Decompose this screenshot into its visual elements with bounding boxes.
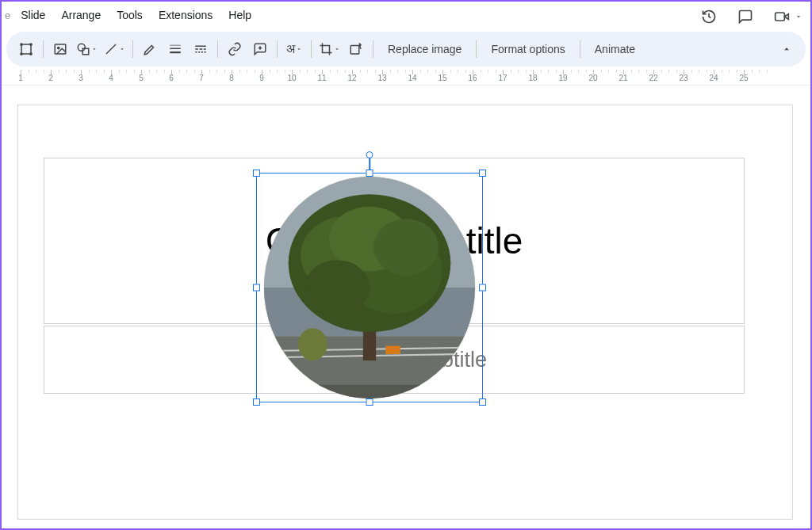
crop-icon <box>319 42 333 56</box>
translate-button[interactable]: अ <box>282 37 306 61</box>
ruler-label: 25 <box>739 74 748 82</box>
separator <box>132 40 133 58</box>
ruler-label: 3 <box>79 74 83 82</box>
border-color-button[interactable] <box>138 37 162 61</box>
mask-image-button[interactable] <box>316 37 343 61</box>
translate-icon: अ <box>286 42 295 56</box>
svg-rect-9 <box>82 48 89 55</box>
svg-rect-14 <box>195 46 206 48</box>
border-dash-button[interactable] <box>189 37 213 61</box>
chevron-down-icon <box>296 46 302 52</box>
line-button[interactable] <box>102 37 128 61</box>
add-comment-button[interactable] <box>248 37 272 61</box>
reset-image-button[interactable] <box>344 37 368 61</box>
insert-link-button[interactable] <box>223 37 247 61</box>
format-options-button[interactable]: Format options <box>481 37 574 61</box>
svg-rect-6 <box>55 44 66 54</box>
ruler-label: 8 <box>229 74 234 82</box>
separator <box>277 40 278 58</box>
svg-line-10 <box>106 44 116 54</box>
slide[interactable]: Click to add title Click to add subtitle <box>17 105 793 520</box>
open-comments-button[interactable] <box>734 6 756 28</box>
add-comment-icon <box>253 42 267 56</box>
ruler-label: 23 <box>679 74 688 82</box>
separator <box>476 40 477 58</box>
svg-point-7 <box>58 47 59 48</box>
menu-tools[interactable]: Tools <box>109 4 150 26</box>
tree-photo <box>264 177 475 398</box>
line-dash-icon <box>193 42 208 56</box>
ruler-label: 9 <box>259 74 264 82</box>
ruler-label: 20 <box>588 74 597 82</box>
chevron-down-icon <box>334 46 340 52</box>
history-icon <box>701 9 717 25</box>
chevron-down-icon[interactable] <box>795 13 802 21</box>
svg-point-38 <box>373 219 439 276</box>
menu-help[interactable]: Help <box>221 4 259 26</box>
svg-rect-0 <box>776 13 785 21</box>
horizontal-ruler[interactable]: 1234567891011121314151617181920212223242… <box>2 70 810 86</box>
separator <box>43 40 44 58</box>
pen-icon <box>143 42 157 56</box>
svg-point-31 <box>298 328 327 360</box>
menu-extensions[interactable]: Extensions <box>151 4 220 26</box>
svg-point-37 <box>304 260 370 315</box>
resize-handle-br[interactable] <box>479 398 486 406</box>
ruler-label: 18 <box>528 74 537 82</box>
slide-canvas[interactable]: Click to add title Click to add subtitle <box>2 87 810 528</box>
svg-rect-19 <box>198 51 200 53</box>
version-history-button[interactable] <box>698 6 720 28</box>
ruler-label: 13 <box>377 74 386 82</box>
svg-rect-17 <box>204 48 206 50</box>
chevron-down-icon <box>119 46 125 52</box>
replace-image-button[interactable]: Replace image <box>378 37 471 61</box>
resize-handle-bm[interactable] <box>366 398 373 406</box>
ruler-label: 14 <box>408 74 416 82</box>
ruler-label: 22 <box>649 74 657 82</box>
animate-button[interactable]: Animate <box>585 37 645 61</box>
svg-rect-1 <box>21 44 31 54</box>
svg-point-3 <box>30 44 32 45</box>
comment-icon <box>737 9 753 25</box>
ruler-label: 21 <box>619 74 627 82</box>
present-camera-button[interactable] <box>771 6 793 28</box>
svg-rect-16 <box>200 48 203 50</box>
svg-rect-21 <box>205 51 206 53</box>
ruler-label: 1 <box>18 74 23 82</box>
crop-image-button[interactable] <box>14 37 38 61</box>
insert-image-button[interactable] <box>48 37 72 61</box>
svg-point-5 <box>30 53 32 55</box>
border-weight-button[interactable] <box>163 37 187 61</box>
toolbar: अ Replace image Format options Animate <box>6 32 806 67</box>
camera-icon <box>774 9 790 25</box>
link-icon <box>228 42 242 56</box>
ruler-label: 12 <box>347 74 356 82</box>
ruler-label: 5 <box>139 74 144 82</box>
shape-button[interactable] <box>74 37 100 61</box>
menu-arrange[interactable]: Arrange <box>54 4 108 26</box>
ruler-label: 2 <box>48 74 53 82</box>
selection-box-icon <box>19 42 33 56</box>
menu-slide[interactable]: Slide <box>13 4 52 26</box>
line-icon <box>104 42 118 56</box>
ruler-label: 15 <box>438 74 446 82</box>
ruler-label: 6 <box>169 74 174 82</box>
ruler-label: 19 <box>558 74 567 82</box>
svg-point-2 <box>21 44 22 45</box>
resize-handle-bl[interactable] <box>253 398 260 406</box>
top-right-actions <box>698 3 802 30</box>
chevron-up-icon <box>781 44 792 55</box>
shape-icon <box>76 42 90 56</box>
collapse-toolbar-button[interactable] <box>776 38 798 60</box>
svg-point-8 <box>78 44 85 51</box>
svg-rect-24 <box>350 46 359 55</box>
ruler-label: 24 <box>709 74 718 82</box>
ruler-label: 17 <box>498 74 507 82</box>
separator <box>373 40 373 58</box>
svg-rect-12 <box>170 48 181 50</box>
masked-image[interactable] <box>264 177 475 398</box>
ruler-label: 7 <box>199 74 204 82</box>
separator <box>311 40 312 58</box>
ruler-label: 4 <box>109 74 113 82</box>
svg-rect-15 <box>195 48 198 50</box>
